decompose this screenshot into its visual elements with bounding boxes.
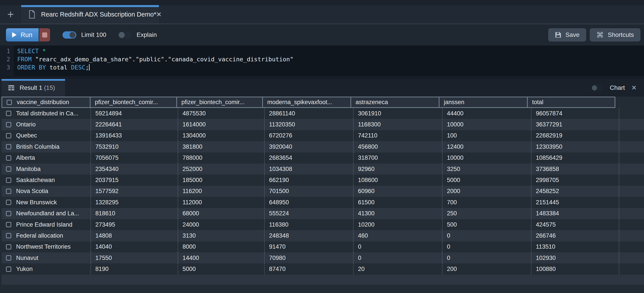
code-token: DESC: [71, 64, 86, 71]
column-header-6[interactable]: total: [527, 97, 615, 108]
cell-value: Total distributed in Ca...: [16, 110, 78, 117]
table-cell: 1034308: [264, 164, 353, 174]
code-token: ORDER BY: [17, 64, 46, 71]
row-checkbox[interactable]: [6, 222, 11, 227]
cell-value: 555224: [269, 210, 289, 217]
cell-value: Northwest Territories: [16, 243, 70, 250]
column-header-2[interactable]: pfizer_biontech_comir...: [176, 97, 263, 108]
table-body: Total distributed in Ca...59214894487553…: [0, 108, 644, 275]
table-cell: 381800: [178, 141, 264, 152]
row-checkbox[interactable]: [6, 111, 11, 116]
cell-value: 102930: [536, 254, 556, 262]
limit-toggle[interactable]: [62, 31, 76, 38]
cell-value: 10856429: [536, 154, 562, 161]
table-cell: Yukon: [2, 264, 90, 274]
shortcuts-button[interactable]: ⌘ Shortcuts: [590, 28, 640, 42]
cell-value: Nova Scotia: [16, 188, 48, 194]
table-cell: 10000: [442, 119, 531, 130]
table-cell: Alberta: [2, 152, 90, 164]
column-header-1[interactable]: pfizer_biontech_comir...: [90, 97, 177, 108]
cell-value: 1614000: [182, 121, 206, 128]
cell-value: 61500: [358, 199, 374, 206]
table-cell: 6720276: [264, 130, 353, 141]
row-checkbox[interactable]: [6, 166, 11, 172]
stop-button[interactable]: [38, 28, 50, 42]
column-header-label: moderna_spikevaxfoot...: [267, 99, 332, 106]
table-row: Yukon819050008747020200100880: [2, 264, 644, 274]
column-header-5[interactable]: janssen: [439, 97, 528, 108]
cell-value: 14040: [95, 243, 112, 250]
run-button-group: Run: [6, 28, 50, 42]
table-cell: 61500: [353, 197, 442, 208]
cell-value: 91470: [269, 243, 286, 250]
line-number: 2: [0, 55, 10, 63]
column-header-vaccine-distribution[interactable]: vaccine_distribution: [2, 97, 90, 108]
chart-toggle[interactable]: [591, 85, 603, 91]
cell-value: 1168300: [358, 121, 381, 128]
row-filler: [619, 119, 644, 130]
table-cell: Ontario: [2, 119, 90, 130]
table-row: Newfoundland and La...818610680005552244…: [2, 208, 644, 219]
sql-code-area[interactable]: SELECT *FROM "rearc_adx_demo_data_share"…: [14, 46, 644, 76]
explain-toggle[interactable]: [118, 31, 132, 38]
column-header-3[interactable]: moderna_spikevaxfoot...: [262, 97, 351, 108]
results-close-icon[interactable]: ✕: [632, 84, 636, 91]
table-cell: 2000: [442, 186, 531, 197]
result-tab[interactable]: Result 1 (15): [2, 79, 65, 97]
save-button-label: Save: [566, 31, 580, 38]
table-cell: 200: [442, 264, 531, 274]
limit-toggle-knob: [70, 32, 76, 38]
results-controls: Chart ✕: [591, 84, 636, 91]
row-filler: [619, 141, 644, 152]
table-cell: 318700: [353, 152, 442, 164]
row-checkbox[interactable]: [6, 244, 11, 250]
table-cell: 102930: [531, 252, 619, 264]
table-cell: 424575: [531, 219, 619, 230]
document-icon: [29, 10, 35, 18]
cell-value: 2458252: [536, 188, 559, 194]
cell-value: Nunavut: [16, 254, 38, 262]
cell-value: 4875530: [182, 110, 206, 117]
editor-tab-active[interactable]: Rearc Redshift ADX Subscription Demo* ✕: [21, 5, 159, 24]
row-checkbox[interactable]: [6, 266, 11, 272]
cell-value: 700: [447, 199, 457, 206]
row-checkbox[interactable]: [6, 155, 11, 160]
run-button-label: Run: [20, 31, 32, 38]
save-button[interactable]: Save: [548, 28, 586, 42]
cell-value: 22682919: [536, 132, 562, 139]
table-cell: 116200: [178, 186, 264, 197]
table-cell: 14400: [178, 252, 264, 264]
cell-value: 68000: [182, 210, 199, 217]
toolbar-right-group: Save ⌘ Shortcuts: [548, 28, 640, 42]
table-cell: 7532910: [90, 141, 178, 152]
row-checkbox[interactable]: [6, 211, 11, 216]
tab-close-icon[interactable]: ✕: [156, 11, 161, 18]
run-button[interactable]: Run: [6, 28, 38, 42]
save-floppy-icon: [555, 32, 562, 38]
cell-value: 250: [447, 210, 457, 217]
row-checkbox[interactable]: [6, 255, 11, 260]
table-row: Ontario222646411614000113203501168300100…: [2, 119, 644, 130]
column-header-label: pfizer_biontech_comir...: [182, 99, 244, 106]
table-cell: 273495: [90, 219, 178, 230]
row-checkbox[interactable]: [6, 178, 11, 183]
new-tab-button[interactable]: +: [0, 5, 21, 24]
cell-value: 7056075: [95, 154, 118, 161]
column-header-4[interactable]: astrazeneca: [350, 97, 440, 108]
table-cell: 4875530: [178, 108, 264, 119]
row-checkbox[interactable]: [6, 200, 11, 205]
code-line: SELECT *: [17, 47, 644, 55]
cell-value: 108600: [358, 177, 378, 184]
select-all-checkbox[interactable]: [6, 100, 12, 105]
row-checkbox[interactable]: [6, 189, 11, 194]
code-token: "rearc_adx_demo_data_share"."public"."ca…: [32, 56, 294, 63]
table-cell: 648950: [264, 197, 353, 208]
cell-value: 2000: [447, 188, 460, 194]
result-row-count: (15): [44, 84, 55, 91]
row-checkbox[interactable]: [6, 133, 11, 138]
panel-resize-handle[interactable]: [0, 76, 644, 79]
row-checkbox[interactable]: [6, 144, 11, 149]
cell-value: 5000: [447, 177, 460, 184]
row-checkbox[interactable]: [6, 233, 11, 238]
row-checkbox[interactable]: [6, 122, 11, 127]
